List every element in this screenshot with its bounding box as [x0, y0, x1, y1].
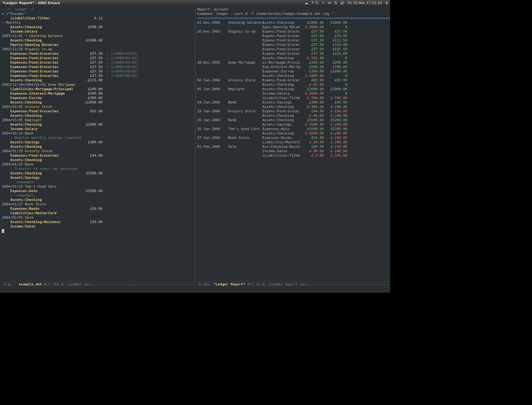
source-line[interactable]: Expenses:Food:Groceries £37.50 ; [=2004/…	[2, 65, 193, 69]
register-row[interactable]: 01-Feb-2004SaleAss:Checking:Business£30.…	[197, 145, 389, 149]
source-line[interactable]: Assets:Checking	[2, 198, 193, 202]
register-row[interactable]: Assets:Checking£-44.00£-240.00	[197, 114, 389, 118]
register-row[interactable]: 02-Jan-2004Grocery StoreExpens:Food:Groc…	[197, 78, 389, 83]
settings-icon[interactable]: ⚙	[385, 1, 388, 5]
ledger-source-window[interactable]: ; -*- ledger -*-= /^Income/ (Liabilities…	[0, 6, 195, 281]
register-row[interactable]: Equi:Opening Balances£-1000.000	[197, 25, 389, 29]
register-row[interactable]: Assets:Checking£-5500.00£-240.00	[197, 131, 389, 136]
clock-text[interactable]: Fri 15 Mar 17:11:19	[348, 1, 382, 5]
source-line[interactable]: Assets:Checking £5500.00	[2, 171, 193, 176]
mail-icon[interactable]: ✉	[328, 1, 331, 5]
weather-icon[interactable]: ☁	[305, 1, 308, 5]
source-line[interactable]: Assets:Savings £300.00	[2, 140, 193, 145]
register-row[interactable]: Assets:Checking£-1000.000	[197, 74, 389, 78]
source-line[interactable]: 2004/01/25 Bank	[2, 162, 193, 167]
register-row[interactable]: Expens:Food:Groceries£37.50£75.00	[197, 34, 389, 38]
source-line[interactable]: Expenses:Food:Groceries £65.00	[2, 109, 193, 114]
minibuffer[interactable]	[0, 287, 390, 293]
register-row[interactable]: Liabilitie:MasterCard£-20.00£-240.00	[197, 140, 389, 145]
source-line[interactable]: Liabilities:Mortgage:Principal £200.00	[2, 87, 193, 91]
source-line[interactable]: Expenses:Books £20.00	[2, 207, 193, 211]
reg-date	[197, 38, 228, 43]
source-line[interactable]: 2004/01/14 Bank	[2, 131, 193, 136]
register-row[interactable]: Assets:Checking£-225.000	[197, 56, 389, 60]
source-line[interactable]: ; Transfer to cover car purchase	[2, 167, 193, 171]
source-line[interactable]: 2004/01/05 Employer	[2, 118, 193, 122]
source-line[interactable]: Assets:Checking	[2, 145, 193, 149]
register-row[interactable]: Expens:Food:Groceries£37.50£225.00	[197, 52, 389, 56]
source-line[interactable]: Assets:Checking	[2, 158, 193, 162]
refresh-icon[interactable]: ⟳	[322, 1, 325, 5]
source-line[interactable]: Assets:Checking -£225.00	[2, 78, 193, 83]
source-line[interactable]: 2004/02/01 Sale	[2, 215, 193, 220]
register-row[interactable]: Income:Salary£-2000.000	[197, 91, 389, 96]
source-line[interactable]: Expenses:Food:Groceries £37.50 ; [=2004/…	[2, 52, 193, 56]
source-line[interactable]: Expenses:Interest:Mortgage £500.00	[2, 91, 193, 96]
source-line[interactable]: ~ Monthly	[2, 21, 193, 25]
source-line[interactable]: Expenses:Food:Groceries £37.50 ; [=2004/…	[2, 56, 193, 60]
source-line[interactable]: Assets:Checking	[2, 114, 193, 118]
source-line[interactable]: (Liabilities:Tithe) 0.12	[2, 16, 193, 21]
source-line[interactable]: 2004/01/27 Book Store	[2, 202, 193, 207]
source-line[interactable]: 2003/12/01 * Checking balance	[2, 34, 193, 38]
source-line[interactable]: 2004/01/02 Grocery Store	[2, 105, 193, 109]
register-row[interactable]: Assets:Checking£-300.00£-240.00	[197, 105, 389, 109]
source-line[interactable]: Assets:Checking:Business £30.00	[2, 220, 193, 224]
register-row[interactable]: 01-Dec-2003Checking balanceAssets:Checki…	[197, 21, 389, 25]
source-line[interactable]: Expenses:Food:Groceries £37.50 ; [=2004/…	[2, 74, 193, 78]
register-row[interactable]: 05-Jan-2004EmployerAssets:Checking£2000.…	[197, 87, 389, 91]
source-line[interactable]: ; :nobudget:	[2, 193, 193, 198]
register-row[interactable]: 20-Dec-2003Organic Co-opExpens:Food:Groc…	[197, 29, 389, 34]
source-line[interactable]: Assets:Checking £500.00	[2, 25, 193, 29]
indent	[2, 87, 10, 91]
register-row[interactable]: Expenses:Escrow£300.00£1000.00	[197, 69, 389, 74]
register-row[interactable]: (Liabilities:Tithe)£-3.60£-243.60	[197, 153, 389, 158]
weather-text[interactable]: 7 °C	[311, 1, 319, 5]
network-icon[interactable]: ⇅	[334, 1, 337, 5]
source-line[interactable]: Expenses:Food:Groceries £37.50 ; [=2004/…	[2, 69, 193, 74]
register-row[interactable]: Expens:Food:Groceries£37.50£150.00	[197, 43, 389, 47]
modeline-left[interactable]: -U:@--- example.dat All (64,0) (Ledger y…	[0, 282, 195, 287]
register-row[interactable]: 25-Jan-2004Tom's Used CarsExpenses:Auto£…	[197, 127, 389, 131]
source-line[interactable]: 2003/12/28=2004/01/01 Acme Mortgage	[2, 83, 193, 87]
source-line[interactable]: = /^Income/	[2, 12, 193, 16]
source-line[interactable]: Income:Salary	[2, 127, 193, 131]
register-row[interactable]: Assets:Checking£-65.000	[197, 83, 389, 87]
register-row[interactable]: Assets:Savings£-5500.00£-240.00	[197, 122, 389, 127]
source-line[interactable]: Equity:Opening Balances	[2, 43, 193, 47]
modeline-right[interactable]: -U:@%%- *Ledger Report* All (4,0) (Ledge…	[195, 282, 390, 287]
register-row[interactable]: (Liabilities:Tithe)£-240.00£-240.00	[197, 96, 389, 100]
reg-balance: £5260.00	[324, 118, 347, 122]
source-line[interactable]: ; Regular monthly savings transfer	[2, 136, 193, 140]
register-row[interactable]: Income:Sales£-30.00£-240.00	[197, 149, 389, 153]
source-line[interactable]: Liabilities:MasterCard	[2, 211, 193, 215]
text: ; Transfer to cover car purchase	[2, 167, 77, 171]
source-line[interactable]: 2004/01/25 Tom's Used Cars	[2, 184, 193, 189]
source-line[interactable]: ; :nobudget:	[2, 180, 193, 184]
source-line[interactable]: Assets:Checking -£1000.00	[2, 100, 193, 105]
register-row[interactable]: 25-Jan-2004BankAssets:Checking£5500.00£5…	[197, 118, 389, 122]
source-line[interactable]: ; -*- ledger -*-	[2, 7, 193, 12]
register-row[interactable]: Exp:Interest:Mortgage£500.00£700.00	[197, 65, 389, 69]
register-row[interactable]: 19-Jan-2004Grocery StoreExpens:Food:Groc…	[197, 109, 389, 114]
source-line[interactable]: Expenses:Food:Groceries £44.00	[2, 153, 193, 158]
register-row[interactable]: 14-Jan-2004BankAssets:Savings£300.00£60.…	[197, 100, 389, 105]
source-line[interactable]: Expenses:Escrow £300.00	[2, 96, 193, 100]
source-line[interactable]: Income:Sales	[2, 224, 193, 229]
source-line[interactable]: Assets:Checking £1000.00	[2, 38, 193, 43]
source-line[interactable]: Assets:Savings	[2, 176, 193, 180]
volume-icon[interactable]: 🔊	[340, 1, 345, 5]
source-line[interactable]: Expenses:Auto £5500.00	[2, 189, 193, 193]
register-row[interactable]: Expens:Food:Groceries£37.50£112.50	[197, 38, 389, 43]
source-line[interactable]: Income:Salary	[2, 29, 193, 34]
register-row[interactable]: 27-Jan-2004Book StoreExpenses:Books£20.0…	[197, 136, 389, 140]
ledger-report-window[interactable]: Report: accountCommand: ledger --sort d …	[195, 6, 390, 281]
source-line[interactable]: 2004/01/19 Grocery Store	[2, 149, 193, 153]
source-line[interactable]: Assets:Checking £2000.00	[2, 122, 193, 127]
reg-balance: £150.00	[324, 43, 347, 47]
register-row[interactable]: 28-Dec-2003Acme MortgageLi:Mortgage:Prin…	[197, 60, 389, 65]
source-line[interactable]: 2003/12/20 Organic Co-op	[2, 47, 193, 52]
register-row[interactable]: Expens:Food:Groceries£37.50£187.50	[197, 47, 389, 52]
source-line[interactable]: Expenses:Food:Groceries £37.50 ; [=2004/…	[2, 60, 193, 65]
reg-balance: £-240.00	[324, 140, 347, 145]
